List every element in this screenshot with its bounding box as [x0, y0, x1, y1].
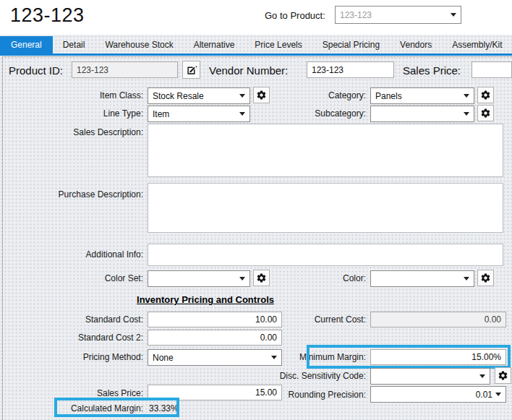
chevron-down-icon — [464, 112, 469, 116]
page-title: 123-123 — [10, 4, 85, 27]
chevron-down-icon — [464, 277, 469, 280]
tab-warehouse-stock[interactable]: Warehouse Stock — [95, 36, 183, 53]
gear-icon — [480, 273, 491, 283]
current-cost-label: Current Cost: — [224, 314, 366, 325]
chevron-down-icon — [451, 13, 456, 17]
tab-vendors[interactable]: Vendors — [390, 36, 442, 53]
subcategory-settings-button[interactable] — [477, 105, 494, 121]
edit-product-id-button[interactable] — [182, 61, 200, 79]
rounding-precision-label: Rounding Precision: — [224, 390, 366, 400]
pricing-method-label: Pricing Method: — [0, 352, 143, 362]
additional-info-label: Additional Info: — [0, 249, 143, 260]
minimum-margin-field[interactable] — [370, 349, 506, 365]
tab-bar: General Detail Warehouse Stock Alternati… — [0, 36, 512, 53]
product-id-field[interactable] — [72, 61, 178, 78]
product-id-label: Product ID: — [9, 64, 63, 77]
minimum-margin-label: Minimum Margin: — [224, 352, 366, 362]
subcategory-dropdown[interactable] — [370, 106, 474, 122]
goto-product-label: Go to Product: — [265, 10, 325, 21]
sales-price-top-label: Sales Price: — [403, 64, 461, 77]
disc-sensitivity-code-dropdown[interactable] — [370, 368, 490, 385]
tab-general[interactable]: General — [0, 36, 53, 53]
category-label: Category: — [224, 90, 366, 100]
calculated-margin-label: Calculated Margin: — [0, 403, 143, 413]
subcategory-label: Subcategory: — [224, 108, 366, 119]
color-label: Color: — [224, 273, 366, 283]
vendor-number-label: Vendor Number: — [209, 64, 288, 77]
category-settings-button[interactable] — [477, 87, 494, 103]
gear-icon — [480, 108, 491, 119]
tab-assembly-kit[interactable]: Assembly/Kit — [442, 36, 512, 53]
rounding-precision-value: 0.01 — [375, 390, 495, 400]
section-heading-inventory-pricing: Inventory Pricing and Controls — [75, 294, 336, 305]
color-set-label: Color Set: — [0, 273, 143, 283]
line-type-label: Line Type: — [0, 108, 143, 119]
calculated-margin-value: 33.33% — [149, 403, 179, 413]
gear-icon — [480, 90, 491, 100]
tab-alternative[interactable]: Alternative — [184, 36, 245, 53]
chevron-down-icon — [464, 94, 469, 98]
goto-product-dropdown[interactable]: 123-123 — [335, 6, 461, 24]
standard-cost-2-label: Standard Cost 2: — [0, 333, 143, 343]
sales-description-label: Sales Description: — [0, 127, 143, 137]
disc-sensitivity-code-label: Disc. Sensitivity Code: — [224, 371, 366, 381]
standard-cost-2-field[interactable] — [148, 330, 282, 346]
tab-price-levels[interactable]: Price Levels — [244, 36, 312, 53]
color-dropdown[interactable] — [370, 270, 474, 287]
standard-cost-label: Standard Cost: — [0, 314, 143, 325]
rounding-precision-dropdown[interactable]: 0.01 — [370, 386, 506, 403]
purchase-description-label: Purchase Description: — [0, 189, 143, 200]
color-settings-button[interactable] — [477, 270, 494, 286]
item-class-label: Item Class: — [0, 90, 143, 100]
tab-accent-line — [0, 53, 512, 56]
chevron-down-icon — [495, 393, 501, 396]
category-dropdown[interactable]: Panels — [370, 87, 474, 104]
chevron-down-icon — [479, 374, 485, 378]
sales-price-label: Sales Price: — [0, 388, 143, 398]
product-window: 123-123 Go to Product: 123-123 General D… — [0, 0, 512, 420]
edit-pencil-icon — [186, 64, 197, 76]
tab-special-pricing[interactable]: Special Pricing — [312, 36, 390, 53]
purchase-description-field[interactable] — [148, 183, 503, 233]
vendor-number-field[interactable] — [307, 61, 394, 78]
sales-price-top-field[interactable] — [472, 61, 512, 78]
tab-detail[interactable]: Detail — [53, 36, 95, 53]
current-cost-field — [370, 312, 506, 327]
category-value: Panels — [375, 91, 464, 101]
sales-description-field[interactable] — [148, 124, 503, 177]
goto-product-value: 123-123 — [340, 10, 451, 20]
gear-icon — [498, 370, 508, 381]
additional-info-field[interactable] — [148, 244, 503, 266]
disc-sensitivity-settings-button[interactable] — [495, 367, 511, 384]
